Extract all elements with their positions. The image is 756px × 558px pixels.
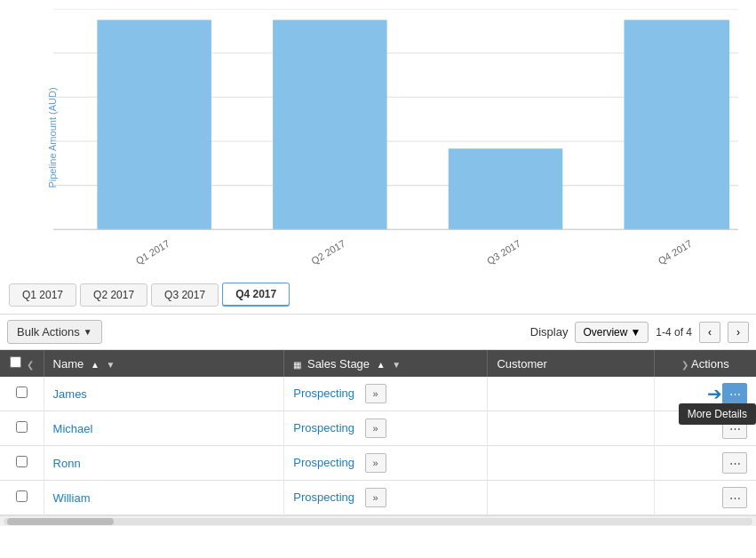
bulk-actions-section: Bulk Actions ▼ (7, 320, 102, 344)
td-name-james: James (44, 377, 284, 411)
td-stage-michael: Prospecting » (284, 411, 488, 446)
svg-text:Q4 2017: Q4 2017 (657, 237, 694, 266)
stage-link-william[interactable]: Prospecting (293, 490, 354, 504)
td-customer-michael (488, 411, 654, 446)
toolbar: Bulk Actions ▼ Display Overview ▼ 1-4 of… (0, 315, 756, 350)
name-link-ronn[interactable]: Ronn (53, 457, 81, 470)
expand-button-james[interactable]: » (365, 384, 386, 403)
horizontal-scrollbar[interactable] (0, 515, 756, 526)
td-checkbox (0, 411, 44, 446)
td-customer-james (488, 377, 654, 411)
table-row: James Prospecting » ➔ ⋯ More Details (0, 377, 756, 411)
bulk-actions-button[interactable]: Bulk Actions ▼ (7, 320, 102, 344)
prev-page-button[interactable]: ‹ (699, 322, 720, 343)
th-name-label: Name (53, 357, 84, 371)
th-stage: ▦ Sales Stage ▲ ▼ (284, 350, 488, 377)
toolbar-right: Display Overview ▼ 1-4 of 4 ‹ › (530, 322, 749, 343)
stage-link-michael[interactable]: Prospecting (293, 421, 354, 434)
expand-button-michael[interactable]: » (365, 418, 386, 438)
td-checkbox (0, 446, 44, 481)
table-row: Michael Prospecting » ⋯ (0, 411, 756, 446)
table-header-row: ❮ Name ▲ ▼ ▦ Sales Stage ▲ ▼ Customer ❯ … (0, 350, 756, 377)
row-checkbox-4[interactable] (16, 490, 28, 502)
tab-q4-2017[interactable]: Q4 2017 (222, 283, 290, 307)
svg-text:Q3 2017: Q3 2017 (485, 237, 522, 266)
td-checkbox (0, 481, 44, 515)
expand-button-william[interactable]: » (365, 488, 386, 507)
dropdown-arrow-icon: ▼ (630, 326, 641, 339)
th-nav-icon: ❮ (27, 360, 34, 370)
td-customer-william (488, 481, 654, 515)
data-table: ❮ Name ▲ ▼ ▦ Sales Stage ▲ ▼ Customer ❯ … (0, 350, 756, 515)
display-label: Display (530, 325, 569, 339)
bulk-actions-label: Bulk Actions (17, 325, 80, 339)
svg-text:Q1 2017: Q1 2017 (134, 237, 171, 266)
td-name-william: William (44, 481, 284, 515)
td-actions-william: ⋯ (654, 481, 756, 515)
th-checkbox: ❮ (0, 350, 44, 377)
td-name-ronn: Ronn (44, 446, 284, 481)
expand-button-ronn[interactable]: » (365, 453, 386, 473)
td-checkbox (0, 377, 44, 411)
th-name: Name ▲ ▼ (44, 350, 284, 377)
scroll-track (4, 518, 752, 525)
name-link-william[interactable]: William (53, 491, 91, 505)
svg-text:Q2 2017: Q2 2017 (309, 237, 346, 266)
svg-rect-15 (625, 20, 730, 229)
chart-container: Pipeline Amount (AUD) $500.0K $400.0K $3… (0, 0, 756, 275)
th-actions-label: Actions (691, 357, 729, 371)
table-row: William Prospecting » ⋯ (0, 481, 756, 515)
select-all-checkbox[interactable] (10, 356, 21, 368)
stage-sort-desc-icon: ▼ (392, 360, 401, 370)
more-details-button-james[interactable]: ⋯ (722, 383, 747, 404)
td-stage-james: Prospecting » (284, 377, 488, 411)
tab-q3-2017[interactable]: Q3 2017 (151, 283, 219, 307)
td-stage-ronn: Prospecting » (284, 446, 488, 481)
more-details-button-william[interactable]: ⋯ (722, 487, 747, 508)
row-checkbox-3[interactable] (16, 456, 28, 467)
stage-filter-icon: ▦ (293, 360, 301, 370)
more-details-tooltip: More Details (679, 403, 756, 425)
next-page-button[interactable]: › (728, 322, 749, 343)
th-actions-arrow-icon: ❯ (681, 360, 688, 370)
svg-rect-14 (449, 148, 563, 229)
scroll-thumb[interactable] (7, 518, 114, 525)
page-info: 1-4 of 4 (656, 326, 692, 339)
td-customer-ronn (488, 446, 654, 481)
svg-rect-13 (273, 20, 387, 229)
th-customer: Customer (488, 350, 654, 377)
name-sort-desc-icon: ▼ (106, 360, 115, 370)
th-customer-label: Customer (497, 357, 546, 371)
stage-sort-asc-icon: ▲ (377, 360, 386, 370)
arrow-indicator-icon: ➔ (707, 383, 722, 404)
td-actions-james: ➔ ⋯ More Details (654, 377, 756, 411)
th-stage-label: Sales Stage (307, 357, 370, 371)
name-link-michael[interactable]: Michael (53, 422, 93, 435)
tab-q2-2017[interactable]: Q2 2017 (80, 283, 147, 307)
svg-rect-12 (97, 20, 211, 229)
tab-q1-2017[interactable]: Q1 2017 (9, 283, 76, 307)
more-details-button-ronn[interactable]: ⋯ (722, 452, 747, 474)
overview-dropdown[interactable]: Overview ▼ (575, 322, 649, 343)
name-sort-asc-icon: ▲ (91, 360, 99, 370)
caret-down-icon: ▼ (84, 327, 92, 337)
bar-chart: $500.0K $400.0K $300.0K $200.0K $100.0K … (53, 9, 738, 275)
overview-label: Overview (583, 326, 627, 339)
td-stage-william: Prospecting » (284, 481, 488, 515)
stage-link-james[interactable]: Prospecting (293, 387, 354, 400)
chart-area: $500.0K $400.0K $300.0K $200.0K $100.0K … (53, 9, 738, 275)
table-row: Ronn Prospecting » ⋯ (0, 446, 756, 481)
name-link-james[interactable]: James (53, 387, 87, 401)
row-checkbox-1[interactable] (16, 387, 28, 398)
th-actions: ❯ Actions (654, 350, 756, 377)
row-checkbox-2[interactable] (16, 421, 28, 433)
td-actions-ronn: ⋯ (654, 446, 756, 481)
td-name-michael: Michael (44, 411, 284, 446)
tabs-bar: Q1 2017 Q2 2017 Q3 2017 Q4 2017 (0, 275, 756, 315)
stage-link-ronn[interactable]: Prospecting (293, 456, 354, 469)
